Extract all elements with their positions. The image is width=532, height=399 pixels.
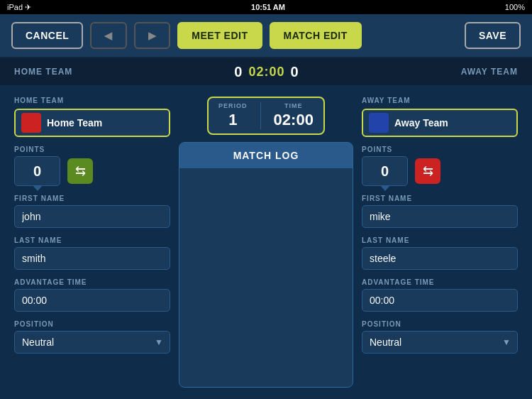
score-bar-time-display: 02:00 [248,65,284,80]
match-log-body [179,168,353,387]
score-bar-away-label: AWAY TEAM [461,67,518,77]
away-points-box: 0 [362,156,408,186]
home-score-display: 0 [234,64,243,80]
match-log-header: MATCH LOG [179,143,353,168]
away-position-wrapper: Neutral Top Bottom ▼ [362,331,518,354]
score-bar-home-label: HOME TEAM [14,67,72,77]
toolbar: CANCEL ◀ ▶ MEET EDIT MATCH EDIT SAVE [0,14,532,58]
prev-button[interactable]: ◀ [90,22,127,49]
away-lastname-input[interactable] [362,247,518,270]
home-position-select[interactable]: Neutral Top Bottom [14,331,170,354]
home-lastname-label: LAST NAME [14,236,170,244]
home-swap-button[interactable]: ⇆ [67,158,93,184]
home-panel: HOME TEAM POINTS 0 ⇆ FIRST NAME LAST NAM… [14,97,170,388]
away-score-display: 0 [291,64,299,80]
away-points-label: POINTS [362,146,518,153]
away-team-name-input[interactable] [394,117,511,129]
home-color-box[interactable] [21,113,41,133]
cancel-button[interactable]: CANCEL [11,22,83,49]
time-value: 02:00 [274,111,314,129]
away-position-select[interactable]: Neutral Top Bottom [362,331,518,354]
status-time: 10:51 AM [251,3,285,11]
away-points-row: 0 ⇆ [362,156,518,186]
home-firstname-label: FIRST NAME [14,195,170,202]
home-team-row [14,109,170,137]
status-bar: iPad ✈ 10:51 AM 100% [0,0,532,14]
away-panel: AWAY TEAM POINTS 0 ⇆ FIRST NAME LAST NAM… [362,97,518,388]
period-time-row: PERIOD 1 TIME 02:00 [207,97,325,135]
away-advantagetime-input[interactable] [362,289,518,312]
match-log-panel: MATCH LOG [179,142,353,388]
away-firstname-label: FIRST NAME [362,195,518,202]
center-area: PERIOD 1 TIME 02:00 MATCH LOG [179,97,353,388]
time-box: TIME 02:00 [274,102,314,129]
match-edit-button[interactable]: MATCH EDIT [270,22,362,49]
main-content: HOME TEAM POINTS 0 ⇆ FIRST NAME LAST NAM… [0,85,532,399]
score-bar-center: 0 02:00 0 [234,64,299,80]
period-label: PERIOD [218,102,248,109]
away-firstname-input[interactable] [362,205,518,228]
away-position-label: POSITION [362,320,518,328]
home-points-row: 0 ⇆ [14,156,170,186]
next-button[interactable]: ▶ [134,22,171,49]
home-position-label: POSITION [14,320,170,328]
status-left: iPad ✈ [7,3,31,12]
status-battery: 100% [505,3,525,11]
home-advantagetime-label: ADVANTAGE TIME [14,278,170,286]
status-ipad: iPad ✈ [7,3,31,12]
home-firstname-input[interactable] [14,205,170,228]
home-advantagetime-input[interactable] [14,289,170,312]
away-color-box[interactable] [369,113,389,133]
away-swap-button[interactable]: ⇆ [415,158,440,184]
period-value: 1 [218,111,248,129]
away-team-label: AWAY TEAM [362,97,518,104]
home-lastname-input[interactable] [14,247,170,270]
home-points-box: 0 [14,156,60,186]
away-advantagetime-label: ADVANTAGE TIME [362,278,518,286]
score-bar: HOME TEAM 0 02:00 0 AWAY TEAM [0,58,532,85]
home-team-label: HOME TEAM [14,97,170,104]
period-box: PERIOD 1 [218,102,248,129]
home-team-name-input[interactable] [47,117,163,129]
pt-divider [260,102,261,129]
away-lastname-label: LAST NAME [362,236,518,244]
save-button[interactable]: SAVE [465,22,521,49]
meet-edit-button[interactable]: MEET EDIT [177,22,262,49]
home-position-wrapper: Neutral Top Bottom ▼ [14,331,170,354]
away-team-row [362,109,518,137]
home-points-label: POINTS [14,146,170,153]
time-label: TIME [274,102,314,109]
